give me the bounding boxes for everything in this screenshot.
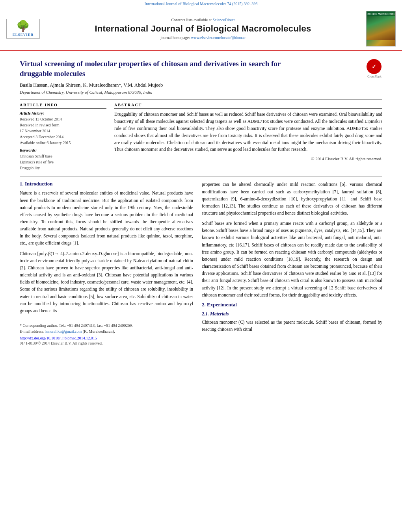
journal-title-area: Contents lists available at ScienceDirec…	[44, 18, 362, 40]
footnote-area: * Corresponding author. Tel.: +91 494 24…	[20, 320, 193, 345]
email-footnote: E-mail address: kmuralika@gmail.com (K. …	[20, 328, 193, 334]
crossmark: ✓ CrossMark	[367, 59, 382, 78]
abstract-section: ABSTRACT Druggability of chitosan monome…	[114, 103, 382, 171]
elsevier-tree-icon: 🌳	[9, 21, 37, 32]
keyword-2: Lipinski's rule of five	[20, 159, 106, 165]
issn-line: 0141-8130/© 2014 Elsevier B.V. All right…	[20, 341, 193, 345]
elsevier-logo: 🌳 ELSEVIER	[6, 19, 40, 39]
abstract-title: ABSTRACT	[114, 103, 382, 109]
crossmark-label: CrossMark	[367, 75, 382, 78]
page-content: Virtual screening of molecular propertie…	[0, 51, 402, 353]
copyright-line: © 2014 Elsevier B.V. All rights reserved…	[114, 156, 382, 161]
contents-text: Contents lists available at	[171, 18, 211, 22]
article-info-title: ARTICLE INFO	[20, 103, 106, 109]
title-row: Virtual screening of molecular propertie…	[20, 55, 382, 82]
received-date: Received 13 October 2014	[20, 116, 106, 122]
crossmark-icon: ✓	[367, 59, 382, 74]
body-right: properties can be altered chemically und…	[202, 181, 382, 345]
history-label: Article history:	[20, 111, 106, 115]
intro-paragraph-1: Nature is a reservoir of several molecul…	[20, 189, 193, 247]
experimental-title: 2. Experimental	[202, 302, 382, 308]
body-section: 1. Introduction Nature is a reservoir of…	[20, 176, 382, 345]
materials-subtitle: 2.1. Materials	[202, 311, 382, 317]
keywords-label: Keywords:	[20, 148, 106, 152]
elsevier-label: ELSEVIER	[9, 33, 37, 37]
contents-line: Contents lists available at ScienceDirec…	[44, 18, 362, 22]
journal-banner: International Journal of Biological Macr…	[0, 0, 402, 7]
affiliation: Department of Chemistry, University of C…	[20, 90, 382, 95]
sciencedirect-link[interactable]: ScienceDirect	[212, 18, 234, 22]
keyword-1: Chitosan Schiff base	[20, 153, 106, 159]
keyword-3: Druggability	[20, 165, 106, 171]
doi-link[interactable]: http://dx.doi.org/10.1016/j.ijbiomac.201…	[20, 336, 97, 340]
authors: Basila Hassan, Ajmala Shireen, K. Murale…	[20, 82, 382, 88]
email-label: E-mail address:	[20, 329, 44, 334]
journal-header: 🌳 ELSEVIER Contents lists available at S…	[0, 7, 402, 51]
section2-text: Chitosan monomer (C) was selected as the…	[202, 319, 382, 333]
email-name: (K. Muraleedharan).	[83, 329, 115, 334]
intro-paragraph-2: Chitosan [poly-β(1→ 4)-2-amino-2-deoxy-D…	[20, 250, 193, 314]
accepted-date: Accepted 3 December 2014	[20, 134, 106, 140]
doi-line[interactable]: http://dx.doi.org/10.1016/j.ijbiomac.201…	[20, 336, 193, 340]
intro-title: 1. Introduction	[20, 181, 193, 187]
journal-homepage: journal homepage: www.elsevier.com/locat…	[44, 35, 362, 40]
right-paragraph-1: properties can be altered chemically und…	[202, 181, 382, 217]
homepage-label: journal homepage:	[160, 35, 190, 40]
body-left: 1. Introduction Nature is a reservoir of…	[20, 181, 193, 345]
article-info: ARTICLE INFO Article history: Received 1…	[20, 103, 106, 171]
received-revised-label: Received in revised form	[20, 122, 106, 128]
corresponding-footnote: * Corresponding author. Tel.: +91 494 24…	[20, 323, 193, 328]
article-title: Virtual screening of molecular propertie…	[20, 59, 288, 78]
email-link[interactable]: kmuralika@gmail.com	[45, 329, 82, 334]
right-paragraph-2: Schiff bases are formed when a primary a…	[202, 220, 382, 298]
abstract-text: Druggability of chitosan monomer and Sch…	[114, 111, 382, 153]
authors-text: Basila Hassan, Ajmala Shireen, K. Murale…	[20, 82, 163, 88]
available-date: Available online 6 January 2015	[20, 140, 106, 146]
journal-name: International Journal of Biological Macr…	[44, 24, 362, 34]
journal-thumbnail: Biological Macromolecules	[366, 11, 396, 46]
thumb-title: Biological Macromolecules	[367, 11, 395, 16]
received-revised-date: 17 November 2014	[20, 128, 106, 134]
banner-text: International Journal of Biological Macr…	[145, 2, 257, 6]
info-abstract-section: ARTICLE INFO Article history: Received 1…	[20, 99, 382, 171]
homepage-link[interactable]: www.elsevier.com/locate/ijbiomac	[191, 35, 246, 40]
